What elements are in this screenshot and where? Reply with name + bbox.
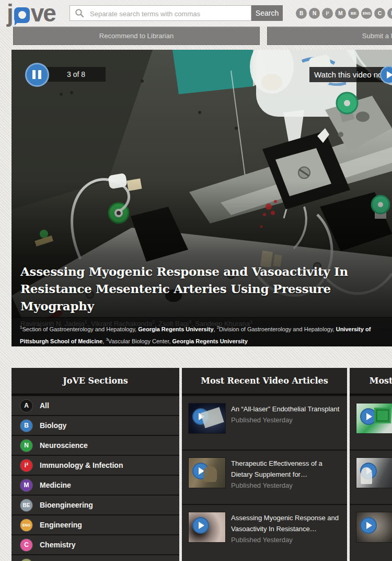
- viewed-article-3[interactable]: [350, 504, 392, 558]
- chemistry-icon: C: [20, 539, 32, 551]
- play-icon: [192, 408, 209, 425]
- play-button[interactable]: [380, 66, 392, 84]
- most-viewed-column: Most Viewed Video Articles: [350, 368, 392, 561]
- header-neuroscience-icon[interactable]: N: [309, 8, 320, 19]
- slide-counter: 3 of 8: [67, 70, 85, 78]
- sidebar-item-all[interactable]: A All: [11, 395, 179, 415]
- play-icon: [192, 463, 209, 479]
- recent-article-2[interactable]: Therapeutic Effectiveness of a Dietary S…: [182, 450, 347, 504]
- play-icon: [360, 517, 377, 534]
- recent-article-3[interactable]: Assessing Myogenic Response and Vasoacti…: [182, 504, 347, 558]
- pause-button[interactable]: [25, 63, 49, 87]
- top-header-bar: j ve Search B N i² M BE ENG C E: [0, 0, 392, 26]
- medicine-icon: M: [20, 479, 32, 491]
- sidebar-item-immunology-infection[interactable]: i² Immunology & Infection: [11, 455, 179, 475]
- most-recent-column: Most Recent Video Articles An “All-laser…: [182, 368, 347, 561]
- sidebar-item-environment[interactable]: E Environment: [11, 554, 179, 561]
- play-icon: [360, 408, 377, 425]
- jove-sections-header: JoVE Sections: [11, 368, 179, 395]
- article-title[interactable]: Assessing Myogenic Response and Vasoacti…: [231, 512, 343, 534]
- viewed-article-2[interactable]: [350, 450, 392, 504]
- most-recent-header: Most Recent Video Articles: [182, 368, 347, 395]
- video-thumbnail[interactable]: [356, 512, 392, 543]
- sidebar-item-medicine[interactable]: M Medicine: [11, 475, 179, 495]
- sidebar-item-bioengineering[interactable]: BE Bioengineering: [11, 495, 179, 514]
- recommend-to-librarian-button[interactable]: Recommend to Librarian: [13, 27, 260, 45]
- article-title[interactable]: An “All-laser” Endothelial Transplant: [231, 403, 343, 414]
- header-section-icons: B N i² M BE ENG C E: [296, 8, 392, 19]
- video-thumbnail[interactable]: [188, 403, 226, 434]
- video-thumbnail[interactable]: [188, 512, 226, 543]
- video-thumbnail[interactable]: [356, 403, 392, 434]
- sidebar-item-engineering[interactable]: ENG Engineering: [11, 514, 179, 534]
- watch-video-label: Watch this video now: [314, 70, 388, 79]
- engineering-icon: ENG: [20, 519, 32, 531]
- most-viewed-header: Most Viewed Video Articles: [350, 368, 392, 395]
- article-published: Published Yesterday: [231, 414, 343, 425]
- header-engineering-icon[interactable]: ENG: [361, 8, 372, 19]
- header-chemistry-icon[interactable]: C: [374, 8, 385, 19]
- recent-article-1[interactable]: An “All-laser” Endothelial Transplant Pu…: [182, 395, 347, 450]
- search-button[interactable]: Search: [251, 5, 283, 21]
- sidebar-item-neuroscience[interactable]: N Neuroscience: [11, 435, 179, 455]
- search-bar: Search: [70, 5, 283, 21]
- jove-sections-column: JoVE Sections A All B Biology N Neurosci…: [11, 368, 179, 561]
- immunology-icon: i²: [20, 459, 32, 472]
- jove-logo[interactable]: j ve: [7, 1, 55, 26]
- content-columns: JoVE Sections A All B Biology N Neurosci…: [11, 368, 392, 561]
- article-title[interactable]: Therapeutic Effectiveness of a Dietary S…: [231, 458, 343, 480]
- logo-speech-bubble-icon: [14, 7, 30, 23]
- video-title[interactable]: Assessing Myogenic Response and Vasoacti…: [20, 263, 392, 315]
- neuroscience-icon: N: [20, 440, 32, 452]
- biology-icon: B: [20, 420, 32, 432]
- submit-manuscript-button[interactable]: Submit a Manuscript: [267, 27, 392, 45]
- bioengineering-icon: BE: [20, 499, 32, 511]
- header-environment-icon[interactable]: E: [387, 8, 392, 19]
- header-biology-icon[interactable]: B: [296, 8, 307, 19]
- play-icon: [360, 463, 377, 479]
- video-thumbnail[interactable]: [356, 457, 392, 488]
- search-icon: [75, 8, 84, 18]
- article-published: Published Yesterday: [231, 534, 343, 545]
- header-medicine-icon[interactable]: M: [335, 8, 346, 19]
- featured-video-player[interactable]: 3 of 8 Watch this video now Assessing My…: [11, 50, 392, 346]
- sidebar-item-biology[interactable]: B Biology: [11, 415, 179, 435]
- video-affiliations: 1Section of Gastroenterology and Hepatol…: [11, 317, 392, 346]
- environment-icon: E: [20, 559, 32, 561]
- header-immunology-icon[interactable]: i²: [322, 8, 333, 19]
- all-icon: A: [20, 400, 32, 412]
- logo-letters-ve: ve: [31, 1, 55, 26]
- video-thumbnail[interactable]: [188, 457, 226, 488]
- watch-video-bar[interactable]: Watch this video now: [309, 67, 392, 82]
- viewed-article-1[interactable]: [350, 395, 392, 450]
- play-icon: [192, 517, 209, 534]
- search-input[interactable]: [89, 6, 248, 21]
- cta-button-row: Recommend to Librarian Submit a Manuscri…: [13, 27, 392, 45]
- sidebar-item-chemistry[interactable]: C Chemistry: [11, 534, 179, 554]
- header-bioengineering-icon[interactable]: BE: [348, 8, 359, 19]
- logo-letter-j: j: [7, 1, 13, 26]
- article-published: Published Yesterday: [231, 480, 343, 491]
